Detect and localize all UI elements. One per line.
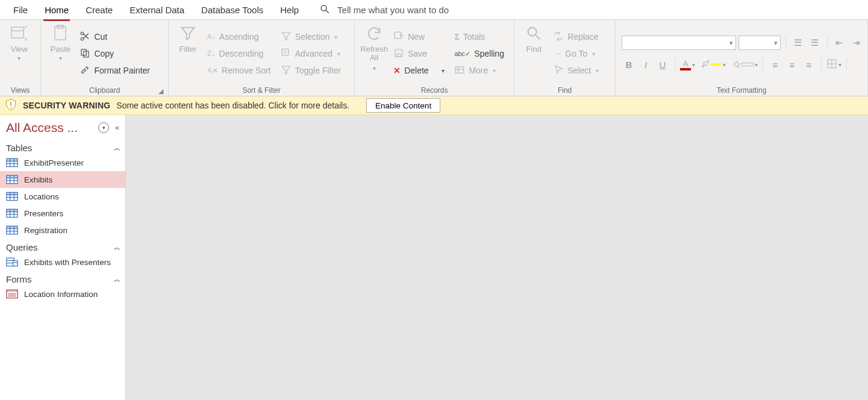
chevron-left-icon: « bbox=[115, 123, 119, 132]
spelling-button[interactable]: abc✓Spelling bbox=[452, 46, 507, 61]
fill-color-button[interactable]: ▾ bbox=[731, 58, 758, 71]
font-color-button[interactable]: A▾ bbox=[680, 59, 695, 70]
replace-icon bbox=[553, 31, 564, 43]
select-button[interactable]: Select▾ bbox=[551, 63, 601, 78]
format-painter-button[interactable]: Format Painter bbox=[77, 63, 152, 78]
svg-rect-16 bbox=[397, 54, 401, 57]
new-icon bbox=[393, 31, 404, 43]
nav-object-exhibits[interactable]: Exhibits bbox=[0, 171, 125, 188]
refresh-all-button[interactable]: Refresh All▾ bbox=[358, 21, 390, 86]
numbering-button[interactable]: ☰ bbox=[808, 36, 822, 50]
filter-button[interactable]: Filter bbox=[172, 21, 204, 86]
italic-button[interactable]: I bbox=[639, 57, 653, 72]
tell-me-search[interactable] bbox=[319, 4, 495, 16]
sort-ascending-button[interactable]: A↓Ascending bbox=[205, 30, 273, 44]
chevron-down-icon: ▾ bbox=[729, 39, 733, 47]
copy-label: Copy bbox=[94, 49, 114, 58]
tab-home[interactable]: Home bbox=[36, 2, 77, 17]
dialog-launcher-icon[interactable]: ◢ bbox=[158, 87, 163, 95]
tell-me-input[interactable] bbox=[336, 4, 495, 16]
tab-external-data[interactable]: External Data bbox=[121, 2, 193, 17]
collapse-icon: ︽ bbox=[114, 243, 120, 252]
nav-object-label: Presenters bbox=[24, 209, 63, 218]
svg-rect-60 bbox=[13, 261, 17, 266]
format-painter-label: Format Painter bbox=[94, 66, 150, 75]
selection-button[interactable]: Selection▾ bbox=[278, 30, 343, 44]
search-icon bbox=[319, 4, 330, 16]
more-button[interactable]: More▾ bbox=[452, 63, 507, 78]
goto-button[interactable]: →Go To▾ bbox=[551, 46, 601, 61]
nav-object-registration[interactable]: Registration bbox=[0, 222, 125, 239]
nav-object-location-information[interactable]: Location Information bbox=[0, 286, 125, 302]
bullets-button[interactable]: ☰ bbox=[791, 36, 805, 50]
bold-button[interactable]: B bbox=[622, 57, 636, 72]
tab-database-tools[interactable]: Database Tools bbox=[193, 2, 272, 17]
svg-rect-2 bbox=[11, 27, 23, 38]
highlight-swatch bbox=[711, 63, 722, 66]
nav-object-exhibitpresenter[interactable]: ExhibitPresenter bbox=[0, 154, 125, 171]
advanced-button[interactable]: Advanced▾ bbox=[278, 46, 343, 61]
sigma-icon: Σ bbox=[454, 32, 459, 42]
align-right-button[interactable]: ≡ bbox=[802, 57, 816, 72]
svg-rect-14 bbox=[282, 49, 289, 55]
nav-category-forms[interactable]: Forms︽ bbox=[0, 270, 125, 286]
nav-filter-menu[interactable]: ▾ bbox=[98, 122, 109, 133]
nav-pane-title[interactable]: All Access ... bbox=[6, 120, 95, 135]
workspace bbox=[126, 115, 868, 400]
nav-object-label: Exhibits with Presenters bbox=[24, 258, 111, 267]
underline-button[interactable]: U bbox=[655, 57, 670, 72]
increase-indent-button[interactable]: ⇥ bbox=[849, 36, 864, 50]
chevron-down-icon: ▾ bbox=[102, 125, 105, 131]
sort-descending-button[interactable]: Z↓Descending bbox=[205, 46, 273, 61]
svg-point-9 bbox=[81, 32, 84, 35]
gridlines-button[interactable]: ▾ bbox=[826, 58, 841, 71]
nav-category-queries[interactable]: Queries︽ bbox=[0, 239, 125, 254]
new-record-button[interactable]: New bbox=[391, 30, 447, 44]
form-icon bbox=[6, 289, 18, 299]
group-label-sort-filter: Sort & Filter bbox=[172, 85, 351, 96]
align-center-icon: ≡ bbox=[790, 60, 795, 70]
nav-collapse-button[interactable]: « bbox=[113, 123, 122, 132]
align-left-button[interactable]: ≡ bbox=[768, 57, 782, 72]
delete-icon: ✕ bbox=[393, 66, 401, 75]
cut-button[interactable]: Cut bbox=[77, 30, 152, 44]
align-right-icon: ≡ bbox=[807, 60, 812, 70]
remove-sort-button[interactable]: A✕Remove Sort bbox=[205, 63, 273, 78]
font-name-select[interactable]: ▾ bbox=[622, 36, 736, 50]
nav-object-locations[interactable]: Locations bbox=[0, 188, 125, 205]
cursor-icon bbox=[553, 64, 564, 77]
nav-object-exhibits-with-presenters[interactable]: Exhibits with Presenters bbox=[0, 254, 125, 270]
paste-icon bbox=[51, 23, 69, 43]
save-record-button[interactable]: Save bbox=[391, 46, 447, 61]
navigation-pane: All Access ... ▾ « Tables︽ ExhibitPresen… bbox=[0, 115, 126, 400]
tab-file[interactable]: File bbox=[5, 2, 36, 17]
delete-record-button[interactable]: ✕Delete ▾ bbox=[391, 63, 447, 78]
nav-category-tables[interactable]: Tables︽ bbox=[0, 139, 125, 154]
replace-button[interactable]: Replace bbox=[551, 30, 601, 44]
find-button[interactable]: Find bbox=[518, 21, 549, 86]
table-icon bbox=[6, 175, 18, 184]
tab-help[interactable]: Help bbox=[272, 2, 307, 17]
totals-button[interactable]: ΣTotals bbox=[452, 30, 507, 44]
decrease-indent-button[interactable]: ⇤ bbox=[832, 36, 847, 50]
chevron-down-icon: ▾ bbox=[774, 39, 778, 47]
security-warning-message[interactable]: Some active content has been disabled. C… bbox=[116, 101, 349, 110]
tab-create[interactable]: Create bbox=[77, 2, 121, 17]
copy-icon bbox=[80, 48, 90, 60]
table-icon bbox=[6, 208, 18, 218]
highlight-button[interactable]: ▾ bbox=[700, 58, 726, 71]
font-color-swatch bbox=[680, 68, 691, 70]
view-button[interactable]: View▾ bbox=[4, 21, 35, 86]
copy-button[interactable]: Copy bbox=[77, 46, 152, 61]
paste-button[interactable]: Paste▾ bbox=[45, 21, 76, 86]
refresh-icon bbox=[366, 23, 382, 43]
nav-object-label: Locations bbox=[24, 192, 59, 201]
align-center-button[interactable]: ≡ bbox=[785, 57, 799, 72]
nav-object-presenters[interactable]: Presenters bbox=[0, 205, 125, 222]
enable-content-button[interactable]: Enable Content bbox=[366, 98, 440, 113]
font-size-select[interactable]: ▾ bbox=[738, 36, 781, 50]
group-label-text-formatting: Text Formatting bbox=[619, 85, 864, 96]
svg-rect-34 bbox=[7, 175, 17, 178]
toggle-filter-button[interactable]: Toggle Filter bbox=[278, 63, 343, 78]
indent-icon: ⇥ bbox=[852, 37, 860, 48]
